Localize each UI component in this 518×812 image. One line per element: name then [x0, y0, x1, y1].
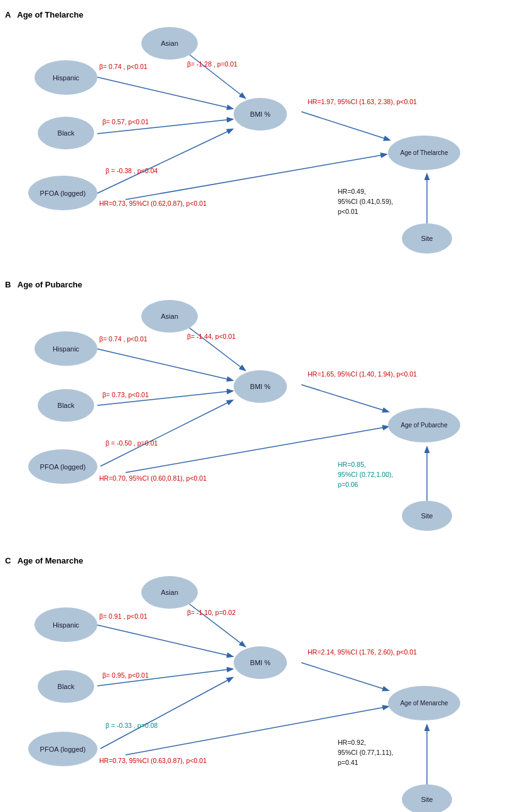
- node-c-pfoa: PFOA (logged): [28, 732, 97, 766]
- svg-line-1: [97, 77, 232, 109]
- svg-line-11: [301, 385, 388, 412]
- node-c-hispanic: Hispanic: [35, 607, 97, 642]
- label-c-bmi-outcome: HR=2.14, 95%CI (1.76, 2.60), p<0.01: [308, 648, 417, 656]
- node-a-asian: Asian: [141, 27, 198, 60]
- node-c-site: Site: [402, 784, 452, 812]
- node-a-bmi: BMI %: [234, 98, 287, 131]
- label-c-site-outcome: HR=0.92,95%CI (0.77,1.11),p=0.41: [338, 738, 393, 767]
- label-b-asian-bmi: β= -1.44, p<0.01: [187, 333, 235, 340]
- node-a-site: Site: [402, 223, 452, 254]
- svg-line-4: [301, 112, 389, 140]
- label-c-hispanic-bmi: β= 0.91 , p<0.01: [99, 612, 148, 620]
- node-b-pfoa: PFOA (logged): [28, 449, 97, 484]
- label-c-asian-bmi: β= -1.10, p=0.02: [187, 609, 235, 616]
- section-a: A Age of Thelarche Asian Hispanic: [0, 5, 518, 269]
- label-b-pfoa-bmi: β = -0.50 , p=0.01: [105, 439, 158, 447]
- node-b-asian: Asian: [141, 300, 198, 333]
- section-c-label: C Age of Menarche: [5, 556, 83, 565]
- node-b-site: Site: [402, 501, 452, 531]
- label-b-bmi-outcome: HR=1.65, 95%CI (1.40, 1.94), p<0.01: [308, 370, 417, 378]
- label-a-pfoa-bmi: β = -0.38 , p<0.04: [105, 167, 158, 174]
- node-b-black: Black: [38, 389, 94, 422]
- label-c-pfoa-outcome: HR=0.73, 95%CI (0.63,0.87), p<0.01: [99, 757, 207, 764]
- label-a-asian-bmi: β= -1.28 , p=0.01: [187, 60, 237, 68]
- section-b: B Age of Pubarche Asian Hispanic Black P…: [0, 275, 518, 545]
- label-c-pfoa-bmi: β = -0.33 , p=0.08: [105, 722, 158, 729]
- node-c-asian: Asian: [141, 576, 198, 609]
- svg-line-15: [97, 625, 232, 656]
- node-c-outcome: Age of Menarche: [388, 686, 460, 720]
- label-c-black-bmi: β= 0.95, p<0.01: [102, 671, 149, 679]
- label-a-site-bmi: HR=0.49,95%CI (0.41,0.59),p<0.01: [338, 187, 393, 216]
- svg-line-8: [97, 349, 232, 380]
- svg-line-10: [100, 400, 232, 466]
- section-a-label: A Age of Thelarche: [5, 10, 84, 19]
- label-a-bmi-outcome: HR=1.97, 95%CI (1.63, 2.38), p<0.01: [308, 98, 417, 105]
- svg-line-17: [100, 678, 232, 749]
- node-c-bmi: BMI %: [234, 646, 287, 679]
- node-c-black: Black: [38, 670, 94, 703]
- label-a-pfoa-outcome: HR=0.73, 95%CI (0.62,0.87), p<0.01: [99, 200, 207, 207]
- label-b-site-outcome: HR=0.85,95%CI (0.72,1.00),p=0.06: [338, 460, 393, 489]
- node-b-bmi: BMI %: [234, 370, 287, 403]
- node-b-outcome: Age of Pubarche: [388, 408, 460, 442]
- svg-line-18: [301, 663, 388, 690]
- label-b-pfoa-outcome: HR=0.70, 95%CI (0.60,0.81), p<0.01: [99, 474, 207, 482]
- label-a-hispanic-bmi: β= 0.74 , p<0.01: [99, 63, 148, 70]
- node-a-outcome: Age of Thelarche: [388, 136, 460, 170]
- label-b-hispanic-bmi: β= 0.74 , p<0.01: [99, 335, 148, 343]
- node-a-pfoa: PFOA (logged): [28, 176, 97, 210]
- node-b-hispanic: Hispanic: [35, 331, 97, 366]
- section-b-label: B Age of Pubarche: [5, 280, 82, 289]
- section-c: C Age of Menarche Asian Hispanic Black P…: [0, 551, 518, 812]
- node-a-hispanic: Hispanic: [35, 60, 97, 95]
- node-a-black: Black: [38, 117, 94, 149]
- svg-line-3: [97, 129, 232, 193]
- label-b-black-bmi: β= 0.73, p<0.01: [102, 391, 149, 398]
- label-a-black-bmi: β= 0.57, p<0.01: [102, 118, 149, 126]
